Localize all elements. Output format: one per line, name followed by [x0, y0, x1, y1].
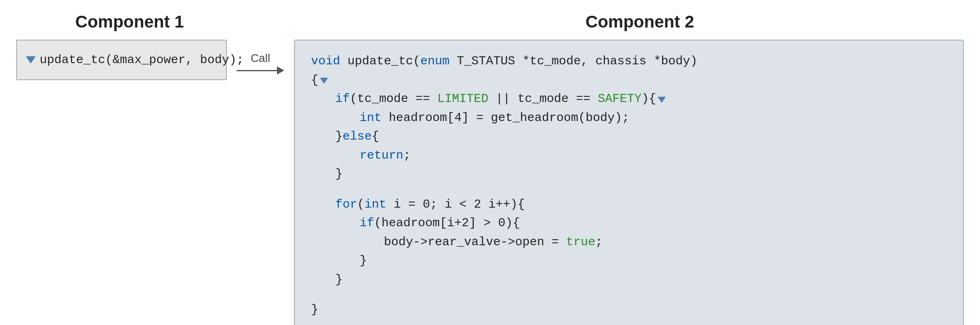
- comp2-title: Component 2: [316, 12, 964, 32]
- code-open-brace: {: [311, 71, 947, 90]
- if-triangle-icon: [658, 97, 666, 103]
- or-op: || tc_mode ==: [488, 89, 598, 108]
- arrow-shaft: [236, 70, 277, 71]
- code-else: } else {: [311, 127, 947, 146]
- assign-semi: ;: [595, 233, 603, 252]
- keyword-if2: if: [360, 214, 374, 233]
- comp1-code: update_tc(&max_power, body);: [40, 53, 244, 67]
- main-row: update_tc(&max_power, body); Call void u…: [16, 40, 964, 325]
- component2-box: void update_tc( enum T_STATUS *tc_mode, …: [294, 40, 964, 325]
- component1-box: update_tc(&max_power, body);: [16, 40, 227, 80]
- arrow-head-icon: [277, 66, 284, 74]
- close-if2-brace: }: [360, 251, 367, 270]
- assign-body: body->rear_valve->open =: [384, 233, 566, 252]
- arrow-label: Call: [251, 52, 270, 65]
- title-row: Component 1 Component 2: [16, 12, 964, 32]
- code-for: for ( int i = 0; i < 2 i++){: [311, 195, 947, 214]
- brace-open: {: [311, 71, 318, 90]
- code-return: return ;: [311, 146, 947, 165]
- const-limited: LIMITED: [437, 89, 488, 108]
- if-paren-open: (tc_mode ==: [350, 89, 437, 108]
- code-signature: void update_tc( enum T_STATUS *tc_mode, …: [311, 52, 947, 71]
- spacer2: [311, 289, 947, 300]
- if-headroom-body: (headroom[i+2] > 0){: [374, 214, 520, 233]
- type-tstatus: T_STATUS *tc_mode, chassis *body): [450, 52, 697, 71]
- close-if-brace: }: [335, 165, 343, 184]
- spacer1: [311, 184, 947, 195]
- keyword-enum: enum: [420, 52, 450, 71]
- keyword-if: if: [335, 89, 350, 108]
- close-for-brace: }: [335, 270, 343, 289]
- const-true: true: [566, 233, 595, 252]
- arrow-line: [236, 66, 284, 74]
- keyword-return: return: [360, 146, 403, 165]
- const-safety: SAFETY: [598, 89, 641, 108]
- code-close-if: }: [311, 165, 947, 184]
- keyword-for: for: [335, 195, 357, 214]
- comp1-triangle-icon: [26, 56, 36, 64]
- code-assign: body->rear_valve->open = true ;: [311, 233, 947, 252]
- code-int-headroom: int headroom[4] = get_headroom(body);: [311, 108, 947, 127]
- else-close-brace: {: [372, 127, 379, 146]
- for-paren: (: [357, 195, 364, 214]
- return-semi: ;: [403, 146, 411, 165]
- code-close-func: }: [311, 300, 947, 319]
- keyword-void: void: [311, 52, 340, 71]
- brace-triangle-icon: [320, 78, 328, 84]
- code-close-for: }: [311, 270, 947, 289]
- code-if: if (tc_mode == LIMITED || tc_mode == SAF…: [311, 89, 947, 108]
- headroom-decl: headroom[4] = get_headroom(body);: [381, 108, 629, 127]
- else-open-brace: }: [335, 127, 343, 146]
- code-if-headroom: if (headroom[i+2] > 0){: [311, 214, 947, 233]
- keyword-int: int: [360, 108, 381, 127]
- close-func-brace: }: [311, 300, 318, 319]
- for-body: i = 0; i < 2 i++){: [386, 195, 525, 214]
- fname: update_tc(: [340, 52, 420, 71]
- code-close-if2: }: [311, 251, 947, 270]
- if-paren-close: ){: [641, 89, 656, 108]
- for-int: int: [364, 195, 386, 214]
- comp1-title: Component 1: [16, 12, 243, 32]
- keyword-else: else: [343, 127, 372, 146]
